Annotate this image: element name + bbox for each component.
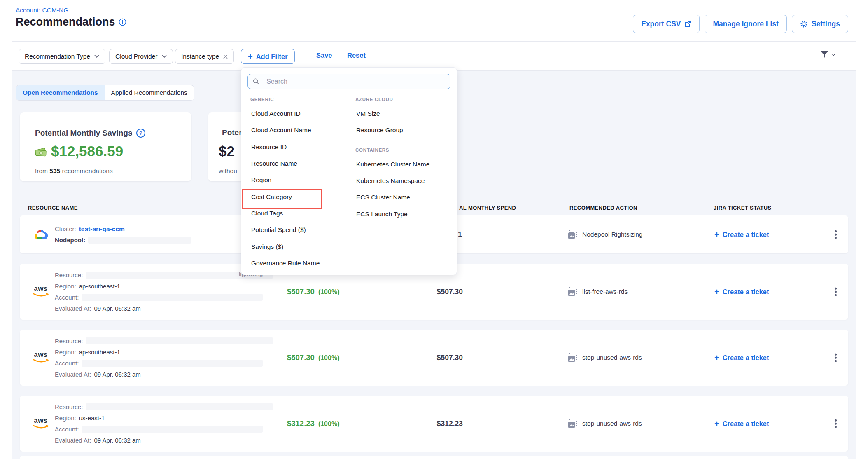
filter-option-cost-category[interactable]: Cost Category bbox=[250, 188, 351, 205]
filter-option-ecs-launch-type[interactable]: ECS Launch Type bbox=[355, 206, 456, 222]
aws-logo-icon: aws bbox=[30, 418, 51, 429]
spend-amount-partial: $2 bbox=[219, 143, 235, 159]
filter-panel-toggle[interactable] bbox=[820, 51, 836, 59]
add-filter-button[interactable]: + Add Filter bbox=[241, 49, 295, 64]
redacted-value bbox=[86, 337, 273, 344]
recommended-action: Nodepool Rightsizing bbox=[568, 230, 642, 239]
filter-option-cloud-account-name[interactable]: Cloud Account Name bbox=[250, 122, 351, 138]
redacted-value bbox=[86, 403, 273, 410]
row-menu-button[interactable] bbox=[832, 285, 839, 299]
spend-card-title-partial: Poten bbox=[222, 128, 244, 137]
filter-chip-recommendation-type[interactable]: Recommendation Type bbox=[19, 49, 105, 64]
action-image-icon bbox=[568, 287, 578, 297]
filter-bar: Recommendation Type Cloud Provider Insta… bbox=[12, 42, 856, 71]
plus-icon: + bbox=[248, 52, 253, 61]
filter-option-cloud-tags[interactable]: Cloud Tags bbox=[250, 205, 351, 222]
filter-option-kubernetes-namespace[interactable]: Kubernetes Namespace bbox=[355, 173, 456, 189]
table-row[interactable]: aws Resource: Region:ap-southeast-1 Acco… bbox=[20, 330, 848, 386]
plus-icon: + bbox=[714, 419, 719, 428]
cluster-label: Cluster: bbox=[55, 225, 76, 232]
create-ticket-button[interactable]: + Create a ticket bbox=[714, 230, 769, 239]
row-menu-button[interactable] bbox=[832, 351, 839, 365]
filter-option-governance-rule-name[interactable]: Governance Rule Name bbox=[250, 255, 351, 272]
evaluated-value: 09 Apr, 06:32 am bbox=[94, 371, 140, 378]
filter-option-potential-spend[interactable]: Potential Spend ($) bbox=[250, 222, 351, 238]
funnel-icon bbox=[820, 51, 829, 59]
breadcrumb[interactable]: Account: CCM-NG bbox=[16, 7, 68, 14]
tab-applied-recommendations[interactable]: Applied Recommendations bbox=[105, 85, 194, 100]
save-filter-button[interactable]: Save bbox=[316, 52, 332, 59]
filter-option-vm-size[interactable]: VM Size bbox=[355, 105, 456, 122]
chevron-down-icon bbox=[831, 53, 836, 56]
export-csv-button[interactable]: Export CSV bbox=[633, 15, 700, 33]
filter-option-cloud-account-id[interactable]: Cloud Account ID bbox=[250, 105, 351, 122]
region-label: Region: bbox=[55, 283, 76, 290]
plus-icon: + bbox=[714, 288, 719, 296]
savings-value: $507.30 bbox=[287, 353, 315, 362]
savings-percent: (100%) bbox=[318, 354, 340, 362]
table-row[interactable]: aws Resource: Region:us-east-1 Account: … bbox=[20, 396, 848, 452]
account-label: Account: bbox=[55, 426, 79, 433]
tab-open-recommendations[interactable]: Open Recommendations bbox=[16, 85, 105, 100]
filter-chip-cloud-provider[interactable]: Cloud Provider bbox=[109, 49, 173, 64]
create-ticket-button[interactable]: + Create a ticket bbox=[714, 354, 769, 362]
region-value: ap-southeast-1 bbox=[79, 283, 120, 290]
filter-option-resource-group[interactable]: Resource Group bbox=[355, 122, 456, 138]
section-heading-containers: CONTAINERS bbox=[355, 144, 456, 156]
filter-option-kubernetes-cluster-name[interactable]: Kubernetes Cluster Name bbox=[355, 156, 456, 173]
filter-chip-instance-type[interactable]: Instance type bbox=[175, 49, 234, 64]
column-header-resource-name: RESOURCE NAME bbox=[28, 205, 78, 211]
section-heading-azure-cloud: AZURE CLOUD bbox=[355, 93, 456, 105]
reset-filter-button[interactable]: Reset bbox=[347, 52, 366, 59]
chip-label: Cloud Provider bbox=[115, 53, 158, 60]
info-icon[interactable] bbox=[119, 18, 126, 26]
svg-text:?: ? bbox=[140, 130, 143, 136]
cluster-name-link[interactable]: test-sri-qa-ccm bbox=[79, 225, 125, 233]
recommendations-page: Account: CCM-NG Recommendations Export C… bbox=[0, 0, 868, 459]
section-heading-generic: GENERIC bbox=[250, 93, 351, 105]
account-label: Account: bbox=[55, 360, 79, 367]
chip-label: Instance type bbox=[181, 53, 219, 60]
row-menu-button[interactable] bbox=[832, 417, 839, 431]
region-value: ap-southeast-1 bbox=[79, 349, 120, 356]
monthly-savings: $507.30 (100%) bbox=[287, 353, 339, 362]
close-icon[interactable] bbox=[223, 54, 228, 59]
create-ticket-label: Create a ticket bbox=[723, 354, 769, 362]
resource-label: Resource: bbox=[55, 337, 83, 344]
filter-search-input[interactable] bbox=[266, 78, 445, 85]
create-ticket-button[interactable]: + Create a ticket bbox=[714, 419, 769, 428]
filter-option-resource-name[interactable]: Resource Name bbox=[250, 155, 351, 172]
filter-search[interactable] bbox=[247, 74, 450, 89]
filter-option-region[interactable]: Region bbox=[250, 172, 351, 188]
savings-subtitle-suffix: recommendations bbox=[62, 167, 113, 174]
help-icon[interactable]: ? bbox=[136, 128, 146, 138]
recommended-action: stop-unused-aws-rds bbox=[568, 419, 642, 429]
region-value: us-east-1 bbox=[79, 415, 105, 422]
recommendation-count: 535 bbox=[49, 167, 60, 174]
title-row: Recommendations bbox=[16, 16, 126, 28]
plus-icon: + bbox=[714, 354, 719, 362]
redacted-value bbox=[82, 426, 263, 433]
row-menu-button[interactable] bbox=[832, 228, 839, 241]
tab-group: Open Recommendations Applied Recommendat… bbox=[16, 85, 194, 101]
savings-amount: $12,586.59 bbox=[51, 143, 123, 159]
text-caret bbox=[263, 77, 263, 85]
redacted-value bbox=[82, 360, 263, 367]
create-ticket-button[interactable]: + Create a ticket bbox=[714, 288, 769, 296]
divider bbox=[340, 52, 340, 61]
recommended-action-label: stop-unused-aws-rds bbox=[582, 420, 642, 427]
filter-option-resource-id[interactable]: Resource ID bbox=[250, 139, 351, 155]
resource-label: Resource: bbox=[55, 272, 83, 279]
potential-monthly-savings-card: Potential Monthly Savings ? $12,586.59 f… bbox=[20, 112, 191, 181]
settings-button[interactable]: Settings bbox=[792, 15, 848, 33]
column-header-jira-ticket-status: JIRA TICKET STATUS bbox=[714, 205, 772, 211]
manage-ignore-list-button[interactable]: Manage Ignore List bbox=[705, 15, 786, 33]
savings-percent: (100%) bbox=[318, 288, 340, 296]
recommended-action: stop-unused-aws-rds bbox=[568, 353, 642, 363]
filter-option-savings[interactable]: Savings ($) bbox=[250, 238, 351, 255]
manage-ignore-list-label: Manage Ignore List bbox=[713, 20, 778, 28]
redacted-value bbox=[88, 237, 191, 244]
filter-option-ecs-cluster-name[interactable]: ECS Cluster Name bbox=[355, 189, 456, 206]
savings-card-title: Potential Monthly Savings bbox=[35, 129, 132, 138]
recommended-action-label: stop-unused-aws-rds bbox=[582, 354, 642, 361]
